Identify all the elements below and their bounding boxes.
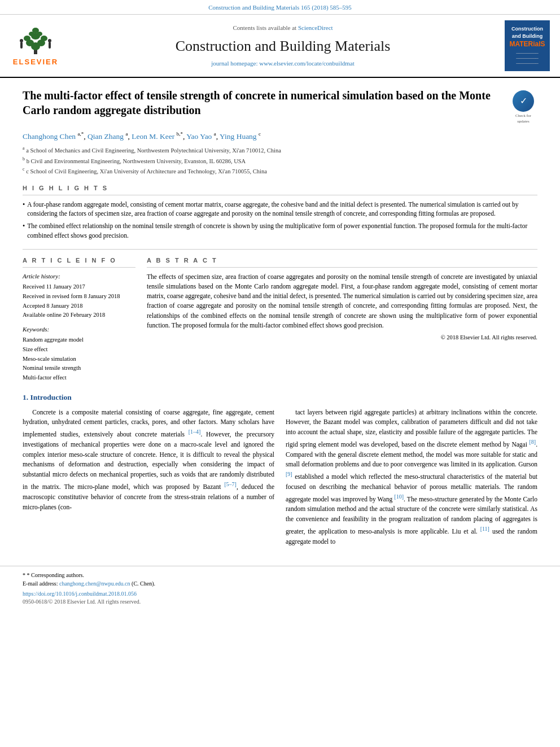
author-qian[interactable]: Qian Zhang <box>88 132 124 140</box>
author-sup-a2: a <box>125 131 128 137</box>
article-info-abstract: A R T I C L E I N F O Article history: R… <box>23 249 537 383</box>
issn-line: 0950-0618/© 2018 Elsevier Ltd. All right… <box>23 598 537 606</box>
footnote-corresponding: * * Corresponding authors. <box>23 571 537 579</box>
contents-text: Contents lists available at <box>233 24 296 31</box>
footer-section: * * Corresponding authors. E-mail addres… <box>0 566 560 606</box>
bullet-1: • <box>23 200 25 209</box>
abstract-col: A B S T R A C T The effects of specimen … <box>147 256 537 383</box>
history-online: Available online 20 February 2018 <box>23 311 135 320</box>
article-title-section: The multi-factor effect of tensile stren… <box>23 88 537 125</box>
affiliation-a-text: a School of Mechanics and Civil Engineer… <box>26 147 281 154</box>
svg-point-11 <box>20 39 23 42</box>
footnote-email: E-mail address: changhong.chen@nwpu.edu.… <box>23 579 537 588</box>
doi-link[interactable]: https://doi.org/10.1016/j.conbuildmat.20… <box>23 591 137 597</box>
author-sup-a1: a,* <box>78 131 84 137</box>
journal-title: Construction and Building Materials <box>68 36 498 56</box>
citation-text: Construction and Building Materials 165 … <box>208 4 352 11</box>
svg-point-9 <box>32 28 39 33</box>
page-wrapper: Construction and Building Materials 165 … <box>0 0 560 747</box>
svg-point-4 <box>24 36 30 41</box>
highlight-text-1: A four-phase random aggregate model, con… <box>27 200 537 219</box>
keyword-1: Random aggregate model <box>23 336 135 344</box>
cover-title-and-building: and Building <box>512 33 543 40</box>
elsevier-logo: ELSEVIER <box>10 25 61 67</box>
copyright-line: © 2018 Elsevier Ltd. All rights reserved… <box>147 334 537 342</box>
bullet-2: • <box>23 221 25 231</box>
email-link[interactable]: changhong.chen@nwpu.edu.cn <box>59 580 130 587</box>
highlights-section: H I G H L I G H T S • A four-phase rando… <box>23 184 537 240</box>
check-badge-icon: ✓ <box>513 90 534 112</box>
ref-1-4[interactable]: [1–4] <box>189 429 201 435</box>
article-info-col: A R T I C L E I N F O Article history: R… <box>23 256 135 383</box>
doi-line: https://doi.org/10.1016/j.conbuildmat.20… <box>23 590 537 598</box>
ref-5-7[interactable]: [5–7] <box>224 481 237 487</box>
affiliation-c: c c School of Civil Engineering, Xi'an U… <box>23 166 537 176</box>
abstract-text: The effects of specimen size, area fract… <box>147 272 537 331</box>
highlights-label: H I G H L I G H T S <box>23 184 537 195</box>
check-for-updates-label: Check for updates <box>509 113 537 125</box>
journal-cover-image: Construction and Building MATERialS ────… <box>505 20 550 71</box>
keywords-section: Keywords: Random aggregate model Size ef… <box>23 325 135 382</box>
history-label: Article history: <box>23 272 135 281</box>
introduction-section: 1. Introduction Concrete is a composite … <box>23 392 537 551</box>
keyword-4: Nominal tensile strength <box>23 364 135 373</box>
svg-point-13 <box>48 39 51 42</box>
history-accepted: Accepted 8 January 2018 <box>23 302 135 311</box>
affiliation-a: a a School of Mechanics and Civil Engine… <box>23 145 537 155</box>
abstract-label: A B S T R A C T <box>147 256 537 267</box>
journal-header: ELSEVIER Contents lists available at Sci… <box>0 15 560 78</box>
homepage-text: journal homepage: www.elsevier.com/locat… <box>211 60 354 67</box>
intro-heading: 1. Introduction <box>23 392 537 403</box>
highlight-text-2: The combined effect relationship on the … <box>27 221 537 240</box>
affiliation-c-text: c School of Civil Engineering, Xi'an Uni… <box>26 168 267 174</box>
intro-body: Concrete is a composite material consist… <box>23 408 537 551</box>
affiliation-b: b b Civil and Environmental Engineering,… <box>23 156 537 166</box>
authors-line: Changhong Chen a,*, Qian Zhang a, Leon M… <box>23 130 537 142</box>
elsevier-tree-icon <box>16 25 55 56</box>
affiliation-b-text: b Civil and Environmental Engineering, N… <box>27 158 246 164</box>
author-sup-a3: a <box>214 131 216 137</box>
history-revised: Received in revised form 8 January 2018 <box>23 292 135 301</box>
ref-11[interactable]: [11] <box>480 526 489 532</box>
intro-col-left: Concrete is a composite material consist… <box>23 408 274 551</box>
keyword-5: Multi-factor effect <box>23 374 135 382</box>
keywords-label: Keywords: <box>23 325 135 334</box>
cover-lines: ──────── ──────── ──────── <box>516 51 539 66</box>
ref-10[interactable]: [10] <box>394 493 404 500</box>
cover-title-materials: MATERialS <box>509 40 545 49</box>
intro-para-right: tact layers between rigid aggregate part… <box>286 408 537 547</box>
author-leon[interactable]: Leon M. Keer <box>132 132 174 140</box>
author-sup-b: b,* <box>177 131 183 137</box>
journal-homepage: journal homepage: www.elsevier.com/locat… <box>68 59 498 68</box>
check-for-updates-badge: ✓ Check for updates <box>509 90 537 125</box>
ref-9[interactable]: [9] <box>286 471 292 477</box>
author-yao[interactable]: Yao Yao <box>186 132 212 140</box>
intro-col-right: tact layers between rigid aggregate part… <box>286 408 537 551</box>
keyword-2: Size effect <box>23 346 135 354</box>
author-changhong[interactable]: Changhong Chen <box>23 132 76 140</box>
main-content: The multi-factor effect of tensile stren… <box>0 78 560 559</box>
svg-point-6 <box>41 36 47 41</box>
article-info-label: A R T I C L E I N F O <box>23 256 135 267</box>
ref-8[interactable]: [8] <box>529 439 536 445</box>
svg-rect-10 <box>20 42 23 49</box>
sciencedirect-link[interactable]: ScienceDirect <box>298 24 333 31</box>
journal-center: Contents lists available at ScienceDirec… <box>68 24 498 68</box>
affiliations: a a School of Mechanics and Civil Engine… <box>23 145 537 176</box>
email-label: E-mail address: <box>23 580 58 587</box>
highlight-item-1: • A four-phase random aggregate model, c… <box>23 200 537 219</box>
elsevier-label-text: ELSEVIER <box>13 57 58 67</box>
footnote-corresponding-text: * Corresponding authors. <box>27 572 84 578</box>
author-ying[interactable]: Ying Huang <box>220 132 257 140</box>
svg-rect-12 <box>49 42 51 49</box>
intro-para-left: Concrete is a composite material consist… <box>23 408 274 513</box>
author-sup-c: c <box>259 131 261 137</box>
top-bar: Construction and Building Materials 165 … <box>0 0 560 15</box>
contents-line: Contents lists available at ScienceDirec… <box>68 24 498 32</box>
email-suffix: (C. Chen). <box>132 580 155 587</box>
article-title: The multi-factor effect of tensile stren… <box>23 88 504 117</box>
cover-title-construction: Construction <box>511 25 543 33</box>
highlight-item-2: • The combined effect relationship on th… <box>23 221 537 240</box>
history-received: Received 11 January 2017 <box>23 283 135 291</box>
footnote-star: * <box>23 572 25 578</box>
